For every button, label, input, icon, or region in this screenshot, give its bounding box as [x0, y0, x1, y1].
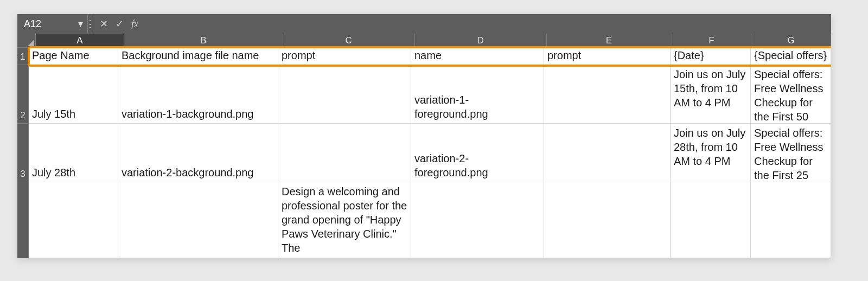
cell-C2[interactable]: [278, 65, 411, 123]
cell-G4[interactable]: [751, 182, 831, 258]
row-header-4[interactable]: [17, 182, 29, 258]
cell-F4[interactable]: [671, 182, 751, 258]
cell-D1[interactable]: Foreground image file name: [411, 48, 544, 65]
fx-icon[interactable]: fx: [131, 18, 138, 30]
table-row: July 28th variation-2-background.png var…: [29, 124, 831, 182]
cell-F1[interactable]: {Date}: [671, 48, 751, 65]
cell-A3[interactable]: July 28th: [29, 124, 118, 182]
cell-B1[interactable]: Background image file name: [118, 48, 278, 65]
cell-C1[interactable]: Background image prompt: [278, 48, 411, 65]
column-header-D[interactable]: D: [415, 34, 547, 48]
cell-E4[interactable]: [544, 182, 671, 258]
table-row: Page Name Background image file name Bac…: [29, 48, 831, 65]
cell-G1[interactable]: {Special offers}: [751, 48, 831, 65]
name-box-value: A12: [24, 18, 41, 30]
grid-body: 1 2 3 Page Name Background image file na…: [17, 48, 831, 258]
cell-D2[interactable]: variation-1-foreground.png: [411, 65, 544, 123]
table-row: Design a welcoming and professional post…: [29, 182, 831, 258]
cancel-icon[interactable]: ✕: [100, 18, 108, 30]
chevron-down-icon[interactable]: ▾: [78, 18, 83, 30]
column-header-G[interactable]: G: [751, 34, 831, 48]
cell-F3[interactable]: Join us on July 28th, from 10 AM to 4 PM: [671, 124, 751, 182]
column-header-F[interactable]: F: [672, 34, 752, 48]
cell-E3[interactable]: [544, 124, 671, 182]
column-header-row: A B C D E F G: [17, 34, 831, 48]
column-header-E[interactable]: E: [547, 34, 672, 48]
row-header-3[interactable]: 3: [17, 124, 29, 182]
cell-B4[interactable]: [118, 182, 278, 258]
column-header-C[interactable]: C: [283, 34, 415, 48]
formula-buttons: ✕ ✓ fx: [92, 14, 146, 34]
cell-G3[interactable]: Special offers: Free Wellness Checkup fo…: [751, 124, 831, 182]
name-box[interactable]: A12 ▾: [17, 14, 88, 34]
name-formula-bar: A12 ▾ ⋮ ✕ ✓ fx: [17, 14, 831, 34]
cell-G2[interactable]: Special offers: Free Wellness Checkup fo…: [751, 65, 831, 123]
cell-A2[interactable]: July 15th: [29, 65, 118, 123]
cell-A1[interactable]: Page Name: [29, 48, 118, 65]
table-row: July 15th variation-1-background.png var…: [29, 65, 831, 124]
cell-E2[interactable]: [544, 65, 671, 123]
row-header-2[interactable]: 2: [17, 65, 29, 124]
accept-icon[interactable]: ✓: [116, 18, 124, 30]
formula-input[interactable]: [146, 14, 831, 34]
cell-B3[interactable]: variation-2-background.png: [118, 124, 278, 182]
cell-C3[interactable]: [278, 124, 411, 182]
cell-D4[interactable]: [411, 182, 544, 258]
column-header-A[interactable]: A: [36, 34, 125, 48]
column-header-B[interactable]: B: [124, 34, 283, 48]
cell-A4[interactable]: [29, 182, 118, 258]
spreadsheet-view: A12 ▾ ⋮ ✕ ✓ fx A B C D E F G 1 2 3: [17, 14, 831, 258]
cell-C4[interactable]: Design a welcoming and professional post…: [278, 182, 411, 258]
divider: ⋮: [88, 14, 92, 34]
cell-grid: Page Name Background image file name Bac…: [29, 48, 831, 258]
row-header-column: 1 2 3: [17, 48, 29, 258]
select-all-corner[interactable]: [17, 34, 36, 48]
row-header-1[interactable]: 1: [17, 48, 29, 65]
cell-F2[interactable]: Join us on July 15th, from 10 AM to 4 PM: [671, 65, 751, 123]
cell-E1[interactable]: Foreground image prompt: [544, 48, 671, 65]
cell-D3[interactable]: variation-2-foreground.png: [411, 124, 544, 182]
cell-B2[interactable]: variation-1-background.png: [118, 65, 278, 123]
